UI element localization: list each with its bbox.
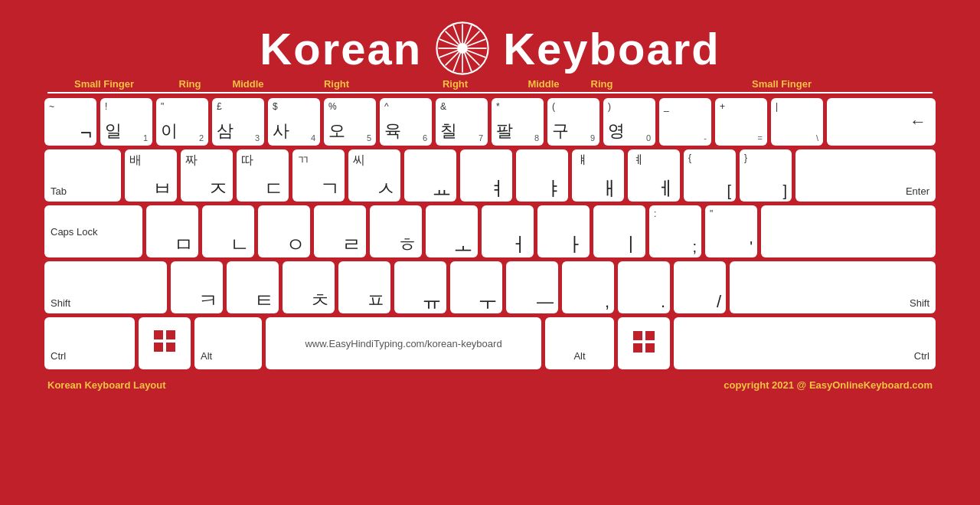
bottom-row: Ctrl Alt www.EasyHindiTyping.com/korean-…	[44, 317, 936, 369]
enter-key-extend[interactable]	[761, 205, 936, 257]
key-t[interactable]: 씨 ㅅ	[348, 149, 400, 202]
ctrl-right-key[interactable]: Ctrl	[674, 317, 936, 369]
key-h[interactable]: ㅗ	[426, 205, 478, 257]
key-3[interactable]: £ 삼 3	[212, 98, 264, 146]
key-semicolon[interactable]: : ;	[649, 205, 701, 257]
finger-label-ring-left: Ring	[161, 78, 219, 93]
footer-left: Korean Keyboard Layout	[47, 379, 166, 391]
key-j[interactable]: ㅓ	[482, 205, 534, 257]
shift-left-key[interactable]: Shift	[44, 261, 167, 313]
key-6[interactable]: ^ 육 6	[380, 98, 432, 146]
svg-rect-21	[166, 343, 175, 352]
key-e[interactable]: 따 ㄷ	[237, 149, 289, 202]
keyboard: ~ ¬ ! 일 1 " 이 2 £ 삼 3 $ 사 4	[0, 98, 980, 369]
alt-right-key[interactable]: Alt	[545, 317, 614, 369]
number-row: ~ ¬ ! 일 1 " 이 2 £ 삼 3 $ 사 4	[44, 98, 936, 146]
key-r[interactable]: ㄲ ㄱ	[292, 149, 345, 202]
finger-label-right-left: Right	[277, 78, 396, 93]
key-9[interactable]: ( 구 9	[547, 98, 599, 146]
win-left-icon	[154, 330, 175, 356]
key-bracket-open[interactable]: { [	[684, 149, 736, 202]
key-minus[interactable]: _ -	[659, 98, 711, 146]
key-backtick[interactable]: ~ ¬	[44, 98, 96, 146]
finger-label-middle-right: Middle	[514, 78, 573, 93]
finger-labels: Small Finger Ring Middle Right Right	[0, 75, 980, 93]
finger-label-middle-left: Middle	[219, 78, 277, 93]
caps-lock-key[interactable]: Caps Lock	[44, 205, 142, 257]
space-key[interactable]: www.EasyHindiTyping.com/korean-keyboard	[266, 317, 541, 369]
key-bracket-close[interactable]: } ]	[740, 149, 792, 202]
svg-rect-20	[154, 343, 163, 352]
key-n[interactable]: ㅜ	[450, 261, 502, 313]
key-f[interactable]: ㄹ	[314, 205, 366, 257]
finger-label-small-left: Small Finger	[47, 78, 161, 93]
svg-rect-24	[633, 343, 642, 353]
win-left-key[interactable]	[139, 317, 191, 369]
key-q[interactable]: 배 ㅂ	[125, 149, 177, 202]
shift-right-key[interactable]: Shift	[730, 261, 936, 313]
footer: Korean Keyboard Layout copyright 2021 @ …	[0, 373, 980, 391]
key-8[interactable]: * 팔 8	[492, 98, 544, 146]
svg-rect-22	[633, 331, 642, 340]
key-l[interactable]: ㅣ	[593, 205, 645, 257]
key-v[interactable]: ㅍ	[338, 261, 390, 313]
enter-key[interactable]: Enter	[795, 149, 936, 202]
key-g[interactable]: ㅎ	[370, 205, 422, 257]
key-d[interactable]: ㅇ	[258, 205, 310, 257]
key-k[interactable]: ㅏ	[537, 205, 590, 257]
title-left: Korean	[260, 23, 422, 74]
ctrl-left-key[interactable]: Ctrl	[44, 317, 135, 369]
footer-right: copyright 2021 @ EasyOnlineKeyboard.com	[724, 379, 933, 391]
main-container: Korean	[0, 0, 980, 391]
key-u[interactable]: ㅕ	[460, 149, 512, 202]
finger-label-small-right: Small Finger	[631, 78, 933, 93]
key-4[interactable]: $ 사 4	[268, 98, 320, 146]
finger-label-ring-right: Ring	[573, 78, 631, 93]
key-m[interactable]: —	[506, 261, 558, 313]
key-z[interactable]: ㅋ	[171, 261, 223, 313]
key-w[interactable]: 짜 ㅈ	[181, 149, 233, 202]
key-i[interactable]: ㅑ	[516, 149, 568, 202]
asdf-row: Caps Lock ㅁ ㄴ ㅇ ㄹ ㅎ ㅗ ㅓ	[44, 205, 936, 257]
wheel-icon	[436, 21, 489, 75]
win-right-icon	[633, 331, 655, 356]
header: Korean	[0, 0, 980, 75]
svg-rect-23	[645, 331, 655, 340]
key-y[interactable]: ㅛ	[404, 149, 456, 202]
key-period[interactable]: .	[618, 261, 670, 313]
tab-key[interactable]: Tab	[44, 149, 121, 202]
key-o[interactable]: ㅒ ㅐ	[572, 149, 624, 202]
key-slash[interactable]: /	[674, 261, 726, 313]
key-2[interactable]: " 이 2	[156, 98, 208, 146]
title-right: Keyboard	[503, 23, 720, 74]
key-5[interactable]: % 오 5	[324, 98, 376, 146]
key-comma[interactable]: ,	[562, 261, 614, 313]
key-x[interactable]: ㅌ	[227, 261, 279, 313]
win-right-key[interactable]	[618, 317, 670, 369]
key-backslash[interactable]: | \	[771, 98, 823, 146]
key-7[interactable]: & 칠 7	[436, 98, 488, 146]
svg-rect-19	[166, 330, 175, 339]
key-0[interactable]: ) 영 0	[603, 98, 655, 146]
zxcv-row: Shift ㅋ ㅌ ㅊ ㅍ ㅠ ㅜ — ,	[44, 261, 936, 313]
key-a[interactable]: ㅁ	[146, 205, 198, 257]
finger-label-right-right: Right	[396, 78, 514, 93]
qwerty-row: Tab 배 ㅂ 짜 ㅈ 따 ㄷ ㄲ ㄱ 씨 ㅅ ㅛ	[44, 149, 936, 202]
key-1[interactable]: ! 일 1	[100, 98, 152, 146]
key-equals[interactable]: + =	[715, 98, 767, 146]
svg-rect-25	[645, 343, 655, 353]
space-url: www.EasyHindiTyping.com/korean-keyboard	[305, 338, 501, 349]
backspace-icon: ←	[910, 112, 926, 132]
key-s[interactable]: ㄴ	[202, 205, 254, 257]
alt-left-key[interactable]: Alt	[194, 317, 262, 369]
key-p[interactable]: ㅖ ㅔ	[628, 149, 680, 202]
key-b[interactable]: ㅠ	[394, 261, 446, 313]
key-c[interactable]: ㅊ	[283, 261, 335, 313]
key-quote[interactable]: " '	[705, 205, 757, 257]
svg-rect-18	[154, 330, 163, 339]
backspace-key[interactable]: ←	[827, 98, 936, 146]
